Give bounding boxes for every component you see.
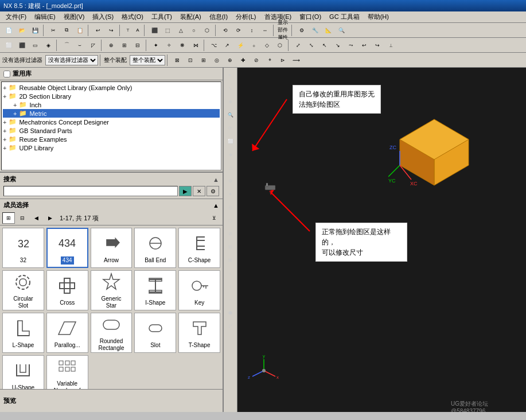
shape-cell-434[interactable]: 434 434	[46, 228, 88, 268]
tb2-8[interactable]: ⊕	[105, 39, 118, 52]
menu-file[interactable]: 文件(F)	[2, 11, 30, 22]
shape-cell-slot[interactable]: Slot	[134, 313, 176, 353]
tb2-13[interactable]: ❋	[176, 39, 189, 52]
member-scroll-btn[interactable]: ⊻	[208, 212, 220, 224]
tb2-1[interactable]: ⬜	[2, 39, 15, 52]
tb2-2[interactable]: ⬛	[15, 39, 28, 52]
shape-cell-cshape[interactable]: C-Shape	[178, 228, 220, 268]
menu-assembly[interactable]: 装配(A)	[177, 11, 205, 22]
member-expand[interactable]: ▲	[213, 202, 219, 209]
member-prev-btn[interactable]: ◀	[30, 212, 42, 224]
shape-cell-ballend[interactable]: Ball End	[134, 228, 176, 268]
cv-btn-11[interactable]: ◎	[224, 201, 237, 213]
tb-t2[interactable]: A	[133, 24, 142, 37]
tb3-3[interactable]: ⊞	[197, 54, 210, 67]
tb2-12[interactable]: ✧	[163, 39, 176, 52]
shape-cell-ishape[interactable]: I-Shape	[134, 270, 176, 310]
tb2-22[interactable]: ⤡	[305, 39, 318, 52]
tb-redo[interactable]: ↪	[105, 24, 118, 37]
tb-copy[interactable]: ⧉	[60, 24, 73, 37]
tb3-8[interactable]: ⌖	[263, 54, 276, 67]
cv-btn-5[interactable]: ⟳	[224, 122, 237, 134]
tb2-20[interactable]: ⬡	[274, 39, 286, 52]
tb2-27[interactable]: ↪	[371, 39, 384, 52]
cv-btn-1[interactable]: ↖	[224, 69, 237, 81]
cv-btn-10[interactable]: ✦	[224, 188, 237, 200]
tb-save[interactable]: 💾	[29, 24, 41, 37]
tb2-25[interactable]: ⤳	[345, 39, 357, 52]
tb2-24[interactable]: ↘	[332, 39, 344, 52]
shape-cell-tshape[interactable]: T-Shape	[178, 313, 220, 353]
cv-btn-2[interactable]: ⤡	[224, 82, 237, 95]
tb2-9[interactable]: ⊞	[118, 39, 131, 52]
menu-edit[interactable]: 编辑(E)	[31, 11, 59, 22]
tree-item-mechatronics[interactable]: + 📁 Mechatronics Concept Designer	[3, 118, 220, 126]
cv-btn-3[interactable]: ⊕	[224, 95, 237, 108]
member-filter-btn[interactable]: ⊟	[16, 212, 29, 224]
tb3-5[interactable]: ⊕	[224, 54, 236, 67]
menu-analysis[interactable]: 分析(L)	[232, 11, 259, 22]
tree-item-metric[interactable]: + 📁 Metric	[3, 109, 220, 118]
tb-b6[interactable]: ⟲	[219, 24, 232, 37]
cv-btn-18[interactable]: ↔	[224, 293, 237, 306]
tb-c4[interactable]: 🔍	[335, 24, 348, 37]
cv-btn-17[interactable]: ↕	[224, 280, 237, 293]
cv-btn-8[interactable]: △	[224, 161, 237, 174]
shape-cell-cross[interactable]: Cross	[46, 270, 88, 310]
search-clear-button[interactable]: ✕	[193, 186, 205, 196]
search-expand[interactable]: ▲	[213, 176, 219, 183]
tb-b5[interactable]: ⬡	[201, 24, 213, 37]
tb-show-parts[interactable]: 显示部件属性	[277, 24, 290, 37]
menu-format[interactable]: 格式(O)	[118, 11, 147, 22]
tb3-9[interactable]: ⊳	[276, 54, 289, 67]
tb3-10[interactable]: ⟿	[290, 54, 302, 67]
tb-new[interactable]: 📄	[2, 24, 15, 37]
tb2-4[interactable]: ◈	[42, 39, 54, 52]
tb2-7[interactable]: ◸	[87, 39, 99, 52]
shape-cell-genericstar[interactable]: GenericStar	[91, 270, 133, 310]
tree-item-2d[interactable]: + 📁 2D Section Library	[3, 92, 220, 100]
shape-cell-parallelogram[interactable]: Parallog...	[46, 313, 88, 353]
tree-item-reuse[interactable]: + 📁 Reuse Examples	[3, 135, 220, 143]
tb-c3[interactable]: 📐	[322, 24, 334, 37]
tb-open[interactable]: 📂	[15, 24, 28, 37]
menu-tools[interactable]: 工具(T)	[148, 11, 176, 22]
cv-btn-15[interactable]: ⊞	[224, 254, 237, 266]
tb3-6[interactable]: ✚	[237, 54, 250, 67]
cv-btn-19[interactable]: ⬢	[224, 306, 237, 319]
tree-item-gb[interactable]: + 📁 GB Standard Parts	[3, 126, 220, 135]
shape-cell-variable[interactable]: VariableNumber of	[46, 355, 88, 389]
menu-view[interactable]: 视图(V)	[60, 11, 88, 22]
cv-btn-9[interactable]: ⚙	[224, 174, 237, 187]
menu-help[interactable]: 帮助(H)	[364, 11, 392, 22]
tb-c2[interactable]: 🔧	[309, 24, 321, 37]
tb-t1[interactable]: T	[123, 24, 133, 37]
tb3-7[interactable]: ⊘	[250, 54, 263, 67]
tb2-5[interactable]: ⌒	[60, 39, 73, 52]
cv-btn-7[interactable]: ◈	[224, 148, 237, 161]
tb2-6[interactable]: ⌣	[73, 39, 86, 52]
tree-item-udp[interactable]: + 📁 UDP Library	[3, 143, 220, 152]
tb-undo[interactable]: ↩	[92, 24, 104, 37]
library-checkbox[interactable]	[3, 71, 10, 77]
tb2-17[interactable]: ⚡	[234, 39, 247, 52]
tb2-11[interactable]: ✦	[150, 39, 162, 52]
shape-cell-32[interactable]: 32 32	[2, 228, 44, 268]
tb2-15[interactable]: ⌥	[208, 39, 220, 52]
tb2-10[interactable]: ⊟	[131, 39, 144, 52]
tb2-21[interactable]: ⤢	[292, 39, 305, 52]
tb2-3[interactable]: ▭	[29, 39, 41, 52]
tb-b9[interactable]: ↔	[259, 24, 271, 37]
filter-select[interactable]: 没有选择过滤器	[45, 55, 98, 65]
tb2-26[interactable]: ↩	[358, 39, 371, 52]
menu-gc[interactable]: GC 工具箱	[326, 11, 363, 22]
tb2-23[interactable]: ↖	[318, 39, 331, 52]
tb-cut[interactable]: ✂	[47, 24, 60, 37]
tb2-16[interactable]: ↗	[221, 39, 233, 52]
tb2-18[interactable]: ⬦	[247, 39, 260, 52]
cv-btn-12[interactable]: ⬡	[224, 214, 237, 227]
tb-b2[interactable]: ⬚	[161, 24, 174, 37]
tb-b8[interactable]: ↕	[246, 24, 258, 37]
member-view-btn[interactable]: ⊞	[2, 212, 15, 224]
cv-btn-14[interactable]: ⊟	[224, 240, 237, 253]
